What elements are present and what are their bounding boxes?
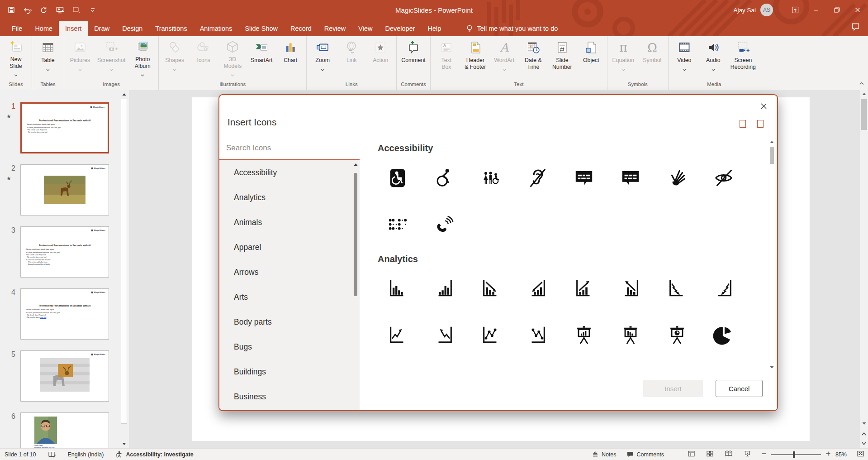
assistive-phone-icon[interactable] — [421, 201, 467, 248]
tab-record[interactable]: Record — [284, 21, 318, 36]
normal-view-button[interactable] — [688, 450, 695, 459]
dialog-close-icon[interactable] — [758, 101, 769, 111]
scrollbar-thumb[interactable] — [861, 99, 867, 130]
tab-view[interactable]: View — [352, 21, 379, 36]
family-accessible-icon[interactable] — [467, 154, 514, 201]
slide-thumbnail-1[interactable]: MagicSlidesProfessional Presentations in… — [20, 102, 109, 153]
line-chart-up-mirrored-icon[interactable] — [421, 312, 467, 359]
ribbon-button-screen-recording[interactable]: ScreenRecording — [728, 38, 759, 79]
slide-sorter-view-button[interactable] — [706, 450, 714, 459]
ribbon-button-comment[interactable]: Comment — [398, 38, 428, 79]
braille-icon[interactable] — [374, 201, 421, 248]
ribbon-button-smartart[interactable]: SmartArt — [247, 38, 276, 79]
scrollbar-thumb[interactable] — [770, 147, 774, 164]
category-arrows[interactable]: Arrows — [219, 260, 360, 285]
slide-thumbnail-3[interactable]: MagicSlidesProfessional Presentations in… — [20, 226, 109, 278]
scroll-down-icon[interactable] — [120, 441, 128, 447]
category-accessibility[interactable]: Accessibility — [219, 160, 360, 185]
tab-insert[interactable]: Insert — [59, 21, 88, 36]
close-button[interactable] — [847, 0, 868, 20]
reading-view-button[interactable] — [725, 450, 733, 459]
trend-down-icon[interactable] — [654, 265, 700, 312]
start-slideshow-icon[interactable] — [55, 5, 65, 15]
ribbon-button-video[interactable]: Video — [670, 38, 699, 79]
undo-icon[interactable] — [23, 5, 33, 15]
tab-developer[interactable]: Developer — [379, 21, 421, 36]
scroll-down-icon[interactable] — [860, 420, 868, 427]
restore-button[interactable] — [826, 0, 847, 20]
zoom-in-button[interactable] — [825, 451, 831, 458]
sign-language-icon[interactable] — [654, 154, 700, 201]
zoom-slider-thumb[interactable] — [793, 451, 795, 458]
next-slide-button[interactable] — [860, 440, 868, 447]
collapse-ribbon-icon[interactable] — [859, 79, 864, 87]
tab-review[interactable]: Review — [318, 21, 352, 36]
person-wheelchair-icon[interactable] — [421, 154, 467, 201]
category-arts[interactable]: Arts — [219, 285, 360, 310]
ribbon-button-date-time[interactable]: Date &Time — [519, 38, 548, 79]
category-analytics[interactable]: Analytics — [219, 185, 360, 210]
pie-chart-icon[interactable] — [700, 312, 747, 359]
slide-thumbnail-2[interactable]: MagicSlides — [20, 164, 109, 216]
scroll-up-icon[interactable] — [860, 90, 868, 98]
tab-file[interactable]: File — [5, 21, 28, 36]
ribbon-button-object[interactable]: Object — [577, 38, 606, 79]
share-comment-icon[interactable] — [843, 23, 868, 36]
save-icon[interactable] — [6, 5, 16, 15]
user-name[interactable]: Ajay Sai — [733, 7, 756, 14]
blind-icon[interactable] — [700, 154, 747, 201]
zoom-out-button[interactable] — [761, 451, 767, 458]
bar-chart-mirrored-icon[interactable] — [421, 265, 467, 312]
presentation-bars-up-icon[interactable] — [560, 312, 607, 359]
tab-design[interactable]: Design — [116, 21, 149, 36]
bar-chart-icon[interactable] — [374, 265, 421, 312]
scroll-up-icon[interactable] — [769, 140, 775, 146]
tab-draw[interactable]: Draw — [88, 21, 116, 36]
slide-thumbnail-5[interactable]: MagicSlides — [20, 350, 109, 402]
scroll-up-icon[interactable] — [353, 163, 358, 168]
scrollbar-thumb[interactable] — [354, 173, 357, 296]
ribbon-button-table[interactable]: Table — [33, 38, 62, 79]
tell-me-box[interactable]: Tell me what you want to do — [466, 24, 558, 36]
ribbon-button-photo-album[interactable]: PhotoAlbum — [128, 38, 157, 79]
minimize-button[interactable] — [806, 0, 826, 20]
presentation-bars-down-icon[interactable] — [607, 312, 654, 359]
dot-line-chart-icon[interactable] — [467, 312, 514, 359]
canvas-scrollbar[interactable] — [860, 90, 868, 448]
comments-toggle[interactable]: Comments — [626, 451, 664, 458]
category-animals[interactable]: Animals — [219, 210, 360, 235]
cancel-button[interactable]: Cancel — [716, 380, 763, 397]
presentation-pie-icon[interactable] — [654, 312, 700, 359]
tab-help[interactable]: Help — [422, 21, 448, 36]
ribbon-button-new-slide[interactable]: NewSlide — [1, 38, 30, 79]
bar-chart-growth-mirrored-icon[interactable] — [607, 265, 654, 312]
previous-slide-button[interactable] — [860, 430, 868, 437]
customize-qat-icon[interactable] — [88, 5, 98, 15]
ribbon-button-header-footer[interactable]: Header& Footer — [461, 38, 490, 79]
closed-caption-alt-icon[interactable] — [607, 154, 654, 201]
trend-down-mirrored-icon[interactable] — [700, 265, 747, 312]
dialog-restore-icon[interactable] — [740, 120, 746, 128]
slideshow-view-button[interactable] — [744, 450, 751, 459]
dialog-maximize-icon[interactable] — [757, 120, 764, 128]
gallery-scrollbar[interactable] — [769, 140, 775, 372]
slide-thumbnail-6[interactable]: Smith, JohnMarketing Strategies for 2025… — [20, 412, 109, 448]
ribbon-button-audio[interactable]: Audio — [699, 38, 728, 79]
category-apparel[interactable]: Apparel — [219, 235, 360, 260]
fit-slide-to-window-button[interactable] — [857, 450, 864, 459]
search-input[interactable] — [225, 143, 349, 153]
language-indicator[interactable]: English (India) — [68, 451, 104, 458]
zoom-level[interactable]: 85% — [835, 451, 847, 458]
wheelchair-sign-icon[interactable] — [374, 154, 421, 201]
tab-slide-show[interactable]: Slide Show — [238, 21, 284, 36]
category-body-parts[interactable]: Body parts — [219, 310, 360, 335]
ribbon-display-options-icon[interactable] — [785, 0, 806, 20]
zoom-slider[interactable] — [771, 451, 821, 458]
bar-chart-growth-icon[interactable] — [560, 265, 607, 312]
deaf-icon[interactable] — [514, 154, 560, 201]
closed-caption-icon[interactable] — [560, 154, 607, 201]
redo-icon[interactable] — [39, 5, 49, 15]
ribbon-button-slide-number[interactable]: SlideNumber — [548, 38, 577, 79]
tab-animations[interactable]: Animations — [194, 21, 239, 36]
line-chart-up-icon[interactable] — [374, 312, 421, 359]
